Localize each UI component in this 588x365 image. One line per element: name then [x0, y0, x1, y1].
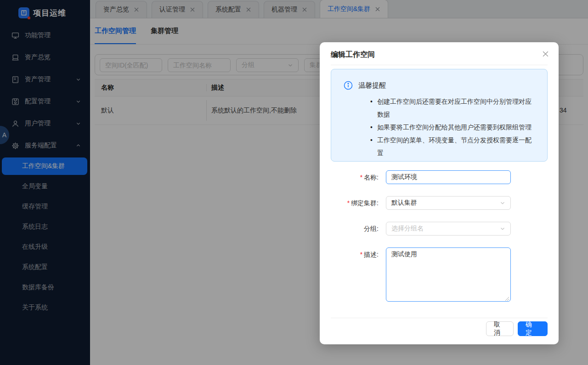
cluster-select[interactable]: 默认集群 [386, 196, 511, 210]
description-label: *描述: [320, 247, 382, 303]
cluster-label: *绑定集群: [320, 196, 382, 210]
chevron-down-icon [500, 200, 505, 206]
chevron-down-icon [500, 226, 505, 231]
notice-item: 如果要将工作空间分配给其他用户还需要到权限组管理 [368, 121, 536, 134]
form-row-group: 分组: 选择分组名 [320, 222, 537, 236]
notice-item: 创建工作空间后还需要在对应工作空间中分别管理对应数据 [368, 95, 536, 121]
required-mark: * [360, 251, 362, 258]
name-input[interactable] [386, 170, 511, 184]
modal-title: 编辑工作空间 [331, 50, 375, 60]
close-icon [542, 51, 549, 57]
form-row-name: *名称: [320, 170, 537, 184]
description-textarea[interactable]: 测试使用 [386, 247, 511, 302]
resize-handle[interactable] [505, 297, 509, 301]
group-select[interactable]: 选择分组名 [386, 222, 511, 236]
edit-workspace-modal: 编辑工作空间 温馨提醒 创建工作空间后还需要在对应工作空间中分别管理对应数据 如… [320, 42, 559, 344]
required-mark: * [347, 199, 350, 207]
info-icon [344, 81, 353, 90]
modal-header-divider [331, 65, 548, 65]
cancel-button[interactable]: 取消 [486, 321, 514, 336]
notice-item: 工作空间的菜单、环境变量、节点分发授权需要逐一配置 [368, 134, 536, 159]
group-select-placeholder: 选择分组名 [391, 225, 424, 233]
notice-alert: 温馨提醒 创建工作空间后还需要在对应工作空间中分别管理对应数据 如果要将工作空间… [331, 69, 548, 162]
modal-footer: 取消 确定 [331, 318, 548, 336]
cluster-select-value: 默认集群 [391, 199, 417, 207]
notice-list: 创建工作空间后还需要在对应工作空间中分别管理对应数据 如果要将工作空间分配给其他… [368, 95, 536, 159]
form-row-description: *描述: 测试使用 [320, 247, 537, 303]
confirm-button[interactable]: 确定 [518, 321, 548, 336]
group-label: 分组: [320, 222, 382, 236]
required-mark: * [360, 174, 362, 181]
form-row-cluster: *绑定集群: 默认集群 [320, 196, 537, 210]
name-label: *名称: [320, 170, 382, 184]
modal-close-button[interactable] [540, 49, 550, 59]
notice-title: 温馨提醒 [358, 81, 386, 90]
